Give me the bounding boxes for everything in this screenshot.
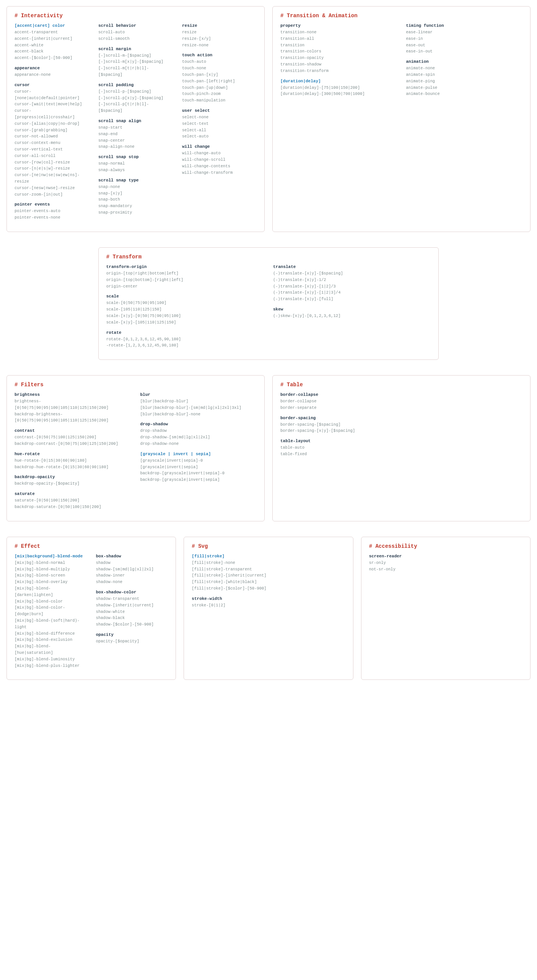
- will-change-title: will change: [182, 144, 257, 149]
- backdrop-opacity-title: backdrop-opacity: [15, 475, 131, 479]
- box-shadow-color-title: box-shadow-color: [96, 590, 168, 595]
- group-animation: animation animate-none animate-spin anim…: [406, 59, 523, 97]
- item: accent-black: [15, 48, 89, 55]
- effect-columns: [mix|background]-blend-mode [mix|bg]-ble…: [15, 554, 168, 674]
- scale-title: scale: [106, 294, 264, 299]
- group-scale: scale scale-[0|50|75|90|95|100] scale-[1…: [106, 294, 264, 325]
- item: scroll-auto: [98, 29, 173, 36]
- item: cursor-[wait|text|move|help]: [15, 101, 89, 108]
- property-title: property: [280, 23, 397, 28]
- item: touch-pan-[up|down]: [182, 85, 257, 91]
- scroll-snap-stop-title: scroll snap stop: [98, 155, 173, 159]
- filters-title: # Filters: [15, 382, 257, 388]
- group-touch-action: touch action touch-auto touch-none touch…: [182, 53, 257, 104]
- item: [grayscale|invert|sepia]-0: [140, 457, 257, 464]
- item: [mix|bg]-blend-[hue|saturation]: [15, 643, 87, 656]
- item: scale-[x|y]-[105|110|125|150]: [106, 319, 264, 326]
- item: animate-ping: [406, 78, 523, 85]
- scroll-behavior-title: scroll behavior: [98, 23, 173, 28]
- item: select-all: [182, 127, 257, 134]
- item: backdrop-brightness-[0|50|75|90|95|100|1…: [15, 411, 131, 424]
- group-transform-origin: transform-origin origin-[top|right|botto…: [106, 265, 264, 289]
- item: select-text: [182, 121, 257, 127]
- interactivity-title: # Interactivity: [15, 13, 257, 19]
- group-backdrop-opacity: backdrop-opacity backdrop-opacity-[$opac…: [15, 475, 131, 487]
- item: rotate-[0,1,2,3,6,12,45,90,180]: [106, 336, 264, 343]
- group-timing-function: timing function ease-linear ease-in ease…: [406, 23, 523, 55]
- group-blend-mode: [mix|background]-blend-mode [mix|bg]-ble…: [15, 554, 87, 669]
- svg-columns: [fill|stroke] [fill|stroke]-none [fill|s…: [192, 554, 345, 613]
- item: [blur|backdrop-blur]-[sm|md|lg|xl|2xl|3x…: [140, 405, 257, 411]
- group-drop-shadow: drop-shadow drop-shadow drop-shadow-[sm|…: [140, 422, 257, 447]
- stroke-width-title: stroke-width: [192, 596, 345, 601]
- item: scale-[105|110|125|150]: [106, 306, 264, 313]
- item: [mix|bg]-blend-[darken|lighten]: [15, 585, 87, 598]
- group-rotate: rotate rotate-[0,1,2,3,6,12,45,90,180] -…: [106, 330, 264, 349]
- item: table-auto: [280, 444, 522, 451]
- group-saturate: saturate saturate-[0|50|100|150|200] bac…: [15, 492, 131, 510]
- item: animate-spin: [406, 72, 523, 78]
- item: [blur|backdrop-blur]-none: [140, 411, 257, 418]
- item: cursor-[row|col]-resize: [15, 159, 89, 166]
- border-spacing-title: border-spacing: [280, 416, 522, 420]
- transition-col2: timing function ease-linear ease-in ease…: [406, 23, 523, 102]
- item: hue-rotate-[0|15|30|60|90|180]: [15, 457, 131, 464]
- item: backdrop-[grayscale|invert|sepia]-0: [140, 470, 257, 477]
- grayscale-title: [grayscale | invert | sepia]: [140, 452, 257, 456]
- effect-title: # Effect: [15, 543, 168, 549]
- item: shadow-none: [96, 579, 168, 585]
- item: accent-transparent: [15, 29, 89, 36]
- scroll-snap-type-title: scroll snap type: [98, 178, 173, 183]
- resize-title: resize: [182, 23, 257, 28]
- item: select-none: [182, 114, 257, 121]
- group-duration-delay: [duration|delay] [duration|delay]-[75|10…: [280, 79, 397, 98]
- item: [grayscale|invert|sepia]: [140, 464, 257, 470]
- item: shadow-[sm|md|lg|xl|2xl]: [96, 566, 168, 573]
- item: [-]scroll-m-[$spacing]: [98, 52, 173, 59]
- item: [mix|bg]-blend-overlay: [15, 579, 87, 585]
- item: shadow-[inherit|current]: [96, 602, 168, 609]
- item: (-)translate-[x|y]-[full]: [273, 296, 431, 302]
- item: opacity-[$opacity]: [96, 638, 168, 645]
- item: ease-out: [406, 42, 523, 49]
- table-col1: border-collapse border-collapse border-s…: [280, 392, 522, 462]
- item: ease-in: [406, 36, 523, 42]
- item: -rotate-[1,2,3,6,12,45,90,180]: [106, 342, 264, 349]
- item: origin-[top|bottom]-[right|left]: [106, 277, 264, 283]
- group-accent-color: [accent|caret] color accent-transparent …: [15, 23, 89, 61]
- item: backdrop-[grayscale|invert|sepia]: [140, 477, 257, 483]
- item: [fill|stroke]-[white|black]: [192, 579, 345, 585]
- item: scroll-smooth: [98, 36, 173, 42]
- item: [duration|delay]-[300|500|700|1000]: [280, 91, 397, 97]
- item: border-collapse: [280, 398, 522, 405]
- item: [mix|bg]-blend-color: [15, 598, 87, 605]
- item: origin-[top|right|bottom|left]: [106, 270, 264, 277]
- border-collapse-title: border-collapse: [280, 392, 522, 397]
- item: border-spacing-[$spacing]: [280, 421, 522, 428]
- item: accent-[$color]-[50-900]: [15, 55, 89, 61]
- item: [-]scroll-p[x|y]-[$spacing]: [98, 95, 173, 101]
- transform-card: # Transform transform-origin origin-[top…: [98, 247, 439, 360]
- item: origin-center: [106, 283, 264, 290]
- accessibility-card: # Accessibility screen-reader sr-only no…: [361, 537, 530, 680]
- group-border-collapse: border-collapse border-collapse border-s…: [280, 392, 522, 411]
- page-wrapper: # Interactivity [accent|caret] color acc…: [7, 6, 530, 688]
- item: [blur|backdrop-blur]: [140, 398, 257, 405]
- item: cursor-all-scroll: [15, 153, 89, 159]
- item: cursor-context-menu: [15, 140, 89, 146]
- appearance-title: appearance: [15, 66, 89, 70]
- cursor-title: cursor: [15, 83, 89, 87]
- item: [mix|bg]-blend-normal: [15, 560, 87, 566]
- item: snap-end: [98, 131, 173, 137]
- item: transition-none: [280, 29, 397, 36]
- item: ease-linear: [406, 29, 523, 36]
- group-will-change: will change will-change-auto will-change…: [182, 144, 257, 176]
- filters-card: # Filters brightness brightness-[0|50|75…: [7, 375, 265, 521]
- brightness-title: brightness: [15, 392, 131, 397]
- item: contrast-[0|50|75|100|125|150|200]: [15, 434, 131, 441]
- effect-col2: box-shadow shadow shadow-[sm|md|lg|xl|2x…: [96, 554, 168, 674]
- item: cursor-vertical-text: [15, 146, 89, 153]
- item: animate-bounce: [406, 91, 523, 97]
- item: snap-always: [98, 167, 173, 173]
- translate-title: translate: [273, 265, 431, 269]
